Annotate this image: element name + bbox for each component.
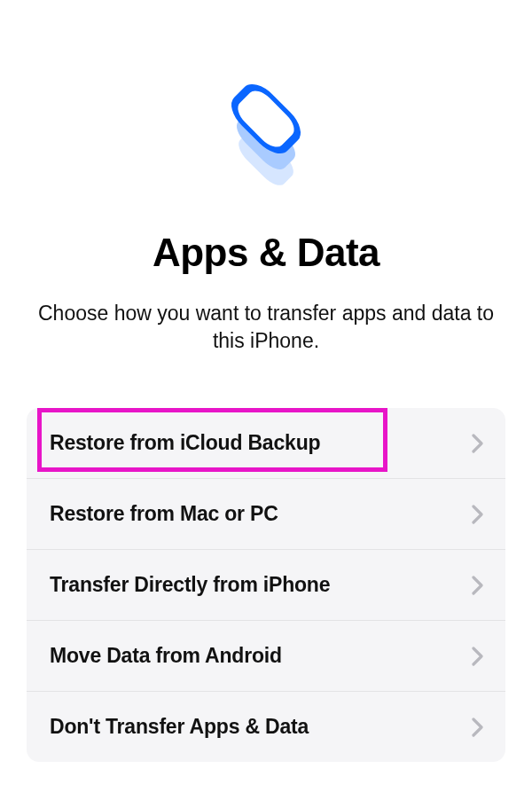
option-restore-icloud[interactable]: Restore from iCloud Backup: [27, 408, 505, 479]
option-label: Restore from iCloud Backup: [50, 431, 320, 455]
options-list: Restore from iCloud Backup Restore from …: [27, 408, 505, 762]
option-label: Don't Transfer Apps & Data: [50, 715, 309, 739]
chevron-right-icon: [472, 718, 484, 737]
option-label: Move Data from Android: [50, 644, 282, 668]
chevron-right-icon: [472, 576, 484, 595]
apps-data-stack-icon: [204, 71, 328, 195]
page-subtitle: Choose how you want to transfer apps and…: [35, 300, 497, 355]
option-dont-transfer[interactable]: Don't Transfer Apps & Data: [27, 692, 505, 762]
chevron-right-icon: [472, 647, 484, 666]
option-label: Transfer Directly from iPhone: [50, 573, 330, 597]
option-label: Restore from Mac or PC: [50, 502, 278, 526]
chevron-right-icon: [472, 505, 484, 524]
option-restore-mac-pc[interactable]: Restore from Mac or PC: [27, 479, 505, 550]
option-move-android[interactable]: Move Data from Android: [27, 621, 505, 692]
page-title: Apps & Data: [153, 231, 379, 275]
option-transfer-iphone[interactable]: Transfer Directly from iPhone: [27, 550, 505, 621]
chevron-right-icon: [472, 434, 484, 453]
